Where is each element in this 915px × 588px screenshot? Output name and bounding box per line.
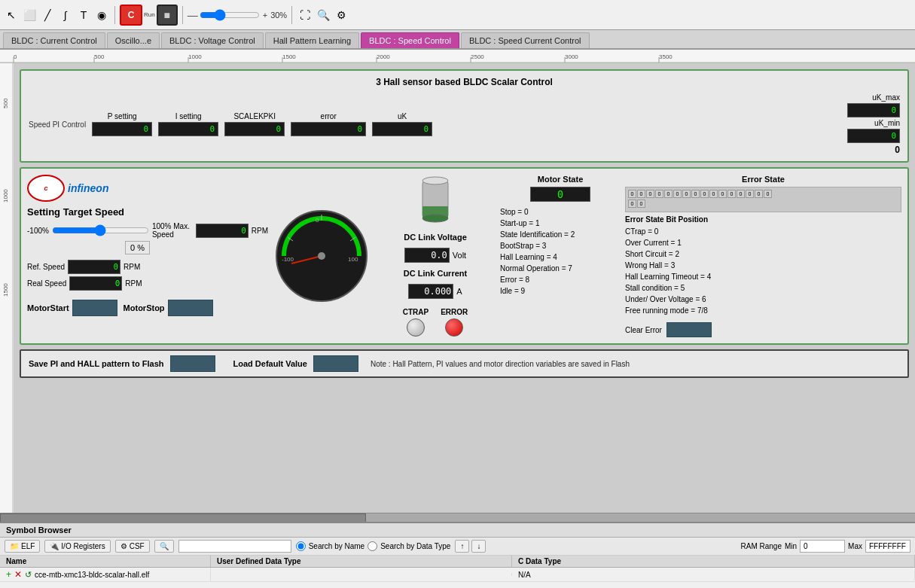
zoom-fit-icon[interactable]: 🔍: [315, 7, 331, 23]
uk-input[interactable]: [372, 122, 432, 136]
speed-slider[interactable]: [52, 224, 149, 236]
uk-max-input[interactable]: [847, 103, 900, 117]
state-error: Error = 8: [500, 274, 621, 285]
error-state-title: Error State: [625, 175, 901, 184]
add-icon: +: [6, 569, 11, 580]
p-setting-label: P setting: [108, 112, 137, 120]
bit-15: 0: [764, 190, 772, 198]
motor-state-input[interactable]: [530, 187, 590, 202]
search-input[interactable]: [178, 540, 291, 553]
i-setting-input[interactable]: [158, 122, 218, 136]
search-by-name-radio[interactable]: [296, 541, 306, 551]
tab-speed-current[interactable]: BLDC : Speed Current Control: [461, 32, 590, 48]
sb-cell-icon-row: + ✕ ↺ cce-mtb-xmc13-bldc-scalar-hall.elf: [6, 569, 204, 580]
toolbar: ↖ ⬜ ╱ ∫ T ◉ C Run ■ — + 30% ⛶ 🔍 ⚙: [0, 0, 915, 30]
line-tool-icon[interactable]: ╱: [39, 7, 56, 23]
state-startup: Start-up = 1: [500, 218, 621, 229]
svg-text:1000: 1000: [188, 53, 202, 60]
dc-current-label: DC Link Current: [404, 269, 467, 278]
svg-rect-0: [0, 50, 915, 63]
curve-tool-icon[interactable]: ∫: [57, 7, 74, 23]
logo-text: infineon: [68, 182, 108, 194]
search-icon: 🔍: [160, 542, 169, 550]
select-rect-icon[interactable]: ⬜: [21, 7, 38, 23]
motor-stop-label: MotorStop: [124, 303, 165, 312]
dc-voltage-row: Volt: [404, 248, 466, 263]
tab-hall-pattern[interactable]: Hall Pattern Learning: [265, 32, 359, 48]
speed-max-label: 100% Max. Speed: [152, 222, 193, 239]
real-speed-input[interactable]: [69, 276, 122, 291]
motor-buttons: MotorStart MotorStop: [27, 300, 268, 316]
ref-speed-input[interactable]: [68, 260, 120, 274]
svg-text:2500: 2500: [471, 53, 484, 60]
tab-speed-control[interactable]: BLDC : Speed Control: [361, 32, 459, 48]
dc-current-input[interactable]: [408, 284, 453, 299]
clear-error-button[interactable]: [666, 322, 712, 337]
real-speed-label: Real Speed: [27, 279, 66, 288]
infineon-logo: c infineon: [27, 175, 268, 202]
state-normal: Normal Operation = 7: [500, 263, 621, 274]
bit-9: 0: [709, 190, 718, 198]
state-bootstrap: BootStrap = 3: [500, 240, 621, 251]
tab-voltage-control[interactable]: BLDC : Voltage Control: [161, 32, 264, 48]
speed-percent-display: 0 %: [125, 241, 150, 254]
search-radio-group: Search by Name Search by Data Type: [296, 541, 451, 551]
text-tool-icon[interactable]: T: [75, 7, 92, 23]
dc-voltage-input[interactable]: [404, 248, 450, 263]
tab-oscilloscope[interactable]: Oscillo...e: [107, 32, 160, 48]
error-state-panel: Error State 0 0 0 0 0 0 0 0 0 0 0: [625, 175, 901, 337]
run-button[interactable]: C: [120, 5, 142, 26]
tab-current-control[interactable]: BLDC : Current Control: [3, 32, 105, 48]
real-rpm-unit: RPM: [125, 279, 142, 288]
bit-4: 0: [664, 190, 673, 198]
max-label: Max: [848, 542, 862, 550]
bit-17: 0: [637, 200, 645, 208]
horizontal-scrollbar[interactable]: [0, 513, 915, 522]
svg-text:3500: 3500: [659, 53, 673, 60]
ctrap-error-row: CTRAP ERROR: [403, 308, 468, 337]
motor-stop-button[interactable]: [168, 300, 213, 316]
sort-asc-button[interactable]: ↑: [455, 540, 469, 553]
scalekpki-input[interactable]: [224, 122, 285, 136]
svg-text:0: 0: [316, 217, 319, 224]
io-registers-button[interactable]: 🔌 I/O Registers: [44, 540, 110, 553]
dc-current-row: A: [408, 284, 462, 299]
elf-button[interactable]: 📁 ELF: [5, 540, 40, 553]
dc-current-unit: A: [456, 287, 462, 296]
loop-icon: ↺: [25, 570, 32, 580]
bit-row-1: 0 0 0 0 0 0 0 0 0 0 0 0 0 0 0: [628, 190, 898, 198]
pointer-tool-icon[interactable]: ↖: [3, 7, 20, 23]
load-default-button[interactable]: [313, 355, 358, 372]
sb-table-header: Name User Defined Data Type C Data Type: [0, 556, 915, 568]
csf-button[interactable]: ⚙ CSF: [115, 540, 150, 553]
search-icon-button[interactable]: 🔍: [154, 540, 174, 553]
max-input[interactable]: [865, 540, 910, 553]
motor-state-title: Motor State: [500, 175, 621, 184]
speed-rpm-input[interactable]: [196, 224, 249, 238]
motor-start-button[interactable]: [72, 300, 117, 316]
min-input[interactable]: [800, 540, 845, 553]
del-icon: ✕: [14, 569, 22, 580]
svg-text:500: 500: [94, 53, 105, 60]
p-setting-input[interactable]: [92, 122, 152, 136]
bit-row-2: 0 0: [628, 200, 898, 208]
error-led-label: ERROR: [441, 308, 468, 316]
settings-icon[interactable]: ⚙: [333, 7, 349, 23]
stop-button[interactable]: ■: [157, 5, 178, 26]
uk-min-label: uK_min: [874, 119, 900, 127]
save-flash-button[interactable]: [170, 355, 215, 372]
error-input[interactable]: [291, 122, 366, 136]
zoom-slider[interactable]: [200, 9, 260, 21]
uk-min-input[interactable]: [847, 129, 900, 143]
state-stop: Stop = 0: [500, 206, 621, 218]
search-by-data-radio[interactable]: [368, 541, 377, 551]
bit-5: 0: [673, 190, 682, 198]
ruler: 0 500 1000 1500 2000 2500 3000 3500: [0, 50, 915, 63]
sep3: [291, 6, 292, 24]
motor-state-list: Stop = 0 Start-up = 1 State Identificati…: [500, 206, 621, 297]
svg-point-28: [318, 252, 325, 260]
fit-icon[interactable]: ⛶: [297, 7, 313, 23]
speed-pi-label: Speed PI Control: [29, 120, 86, 129]
record-icon[interactable]: ◉: [93, 7, 110, 23]
sort-desc-button[interactable]: ↓: [471, 540, 486, 553]
